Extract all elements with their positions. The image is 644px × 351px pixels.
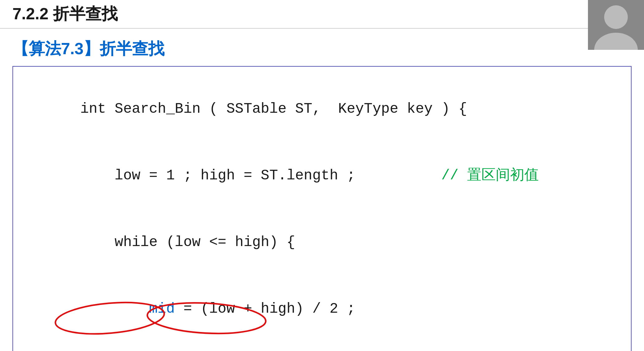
code-box: int Search_Bin ( SSTable ST, KeyType key… xyxy=(12,66,632,351)
code-line-5: if (ST.R[mid].key == key) return mid ; /… xyxy=(29,343,615,351)
code-line-2: low = 1 ; high = ST.length ; // 置区间初值 xyxy=(29,143,615,209)
code-keyword: mid xyxy=(149,301,175,317)
title-section: 7.2.2 折半查找 xyxy=(0,0,644,29)
main-title: 7.2.2 折半查找 xyxy=(12,5,118,23)
algorithm-label: 【算法7.3】折半查找 xyxy=(12,38,632,60)
code-line-4: mid = (low + high) / 2 ; xyxy=(29,276,615,343)
comment-text: // 置区间初值 xyxy=(441,168,539,184)
code-text: = (low + high) / 2 ; xyxy=(175,301,355,317)
page-container: 7.2.2 折半查找 【算法7.3】折半查找 int Search_Bin ( … xyxy=(0,0,644,351)
code-line-1: int Search_Bin ( SSTable ST, KeyType key… xyxy=(29,76,615,143)
code-text: low = 1 ; high = ST.length ; xyxy=(80,168,441,184)
code-text xyxy=(80,301,149,317)
code-text: int Search_Bin ( SSTable ST, KeyType key… xyxy=(80,101,467,117)
code-line-3: while (low <= high) { xyxy=(29,209,615,276)
code-text: while (low <= high) { xyxy=(80,234,295,250)
avatar xyxy=(588,0,644,50)
svg-point-1 xyxy=(604,5,628,29)
